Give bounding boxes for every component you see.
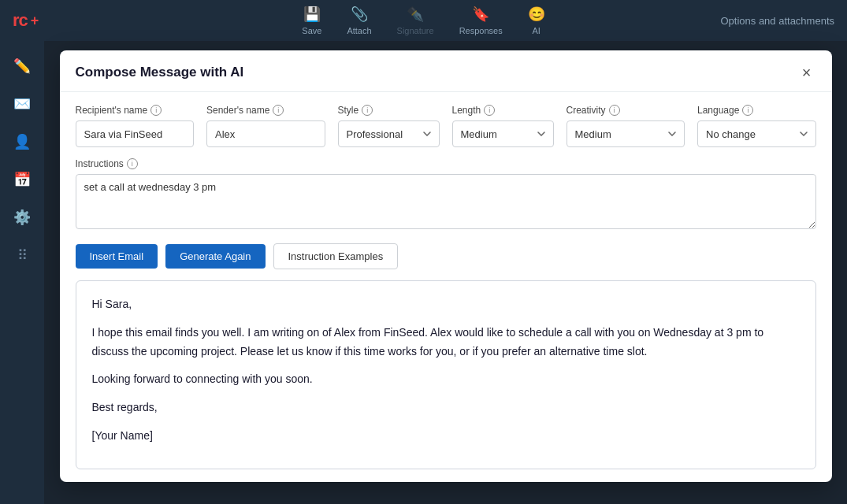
attach-label: Attach [347,26,371,35]
responses-label: Responses [459,26,503,35]
creativity-group: Creativity i Low Medium High [567,105,685,147]
ai-icon: 😊 [528,6,545,23]
logo-text: rc [13,10,28,31]
language-group: Language i No change English Spanish Fre… [697,105,816,147]
generate-again-button[interactable]: Generate Again [165,244,265,269]
signature-label: Signature [397,26,434,35]
ai-label: AI [533,26,541,35]
top-bar: rc+ 💾 Save 📎 Attach ✒️ Signature 🔖 Respo… [0,0,847,41]
sidebar-icon-settings[interactable]: ⚙️ [6,202,38,233]
compose-ai-modal: Compose Message with AI × Recipient's na… [60,50,832,482]
instruction-examples-button[interactable]: Instruction Examples [273,243,399,269]
length-label: Length i [452,105,554,116]
sender-label: Sender's name i [206,105,325,116]
modal-overlay: Compose Message with AI × Recipient's na… [44,41,847,504]
style-info-icon[interactable]: i [362,105,373,116]
signature-icon: ✒️ [407,6,424,23]
action-buttons-row: Insert Email Generate Again Instruction … [76,243,816,269]
recipient-info-icon[interactable]: i [150,105,162,116]
ai-action[interactable]: 😊 AI [528,6,545,35]
options-attachments-link[interactable]: Options and attachments [720,15,834,27]
sender-input[interactable] [206,120,325,147]
style-label: Style i [338,105,440,116]
modal-title: Compose Message with AI [76,65,244,80]
recipient-label: Recipient's name i [76,105,195,116]
recipient-group: Recipient's name i [76,105,195,147]
attach-icon: 📎 [351,6,368,23]
save-label: Save [302,26,321,35]
email-greeting: Hi Sara, [92,295,800,314]
sidebar-icon-mail[interactable]: ✉️ [6,88,38,120]
email-closing-1: Looking forward to connecting with you s… [92,370,800,389]
instructions-textarea[interactable]: set a call at wednesday 3 pm [76,174,816,229]
language-info-icon[interactable]: i [742,105,753,116]
instructions-label: Instructions i [76,158,816,169]
language-label: Language i [697,105,816,116]
email-signature: [Your Name] [92,427,800,446]
logo-plus: + [31,13,39,29]
attach-action[interactable]: 📎 Attach [347,6,371,35]
modal-body: Recipient's name i Sender's name i [60,92,832,482]
save-icon: 💾 [303,6,321,23]
sidebar: ✏️ ✉️ 👤 📅 ⚙️ ⠿ [0,41,44,504]
close-button[interactable]: × [797,63,816,82]
main-area: Compose Message with AI × Recipient's na… [44,41,847,504]
style-select[interactable]: Professional Casual Formal Friendly [338,120,440,147]
instructions-info-icon[interactable]: i [127,158,138,169]
instructions-row: Instructions i set a call at wednesday 3… [76,158,816,232]
insert-email-button[interactable]: Insert Email [76,244,158,269]
sidebar-icon-calendar[interactable]: 📅 [6,164,38,195]
sidebar-icon-contacts[interactable]: 👤 [6,126,38,158]
email-closing-2: Best regards, [92,398,800,417]
save-action[interactable]: 💾 Save [302,6,321,35]
sender-group: Sender's name i [206,105,325,147]
modal-header: Compose Message with AI × [60,50,832,92]
email-body: I hope this email finds you well. I am w… [92,324,800,361]
app-logo: rc+ [13,10,38,31]
creativity-info-icon[interactable]: i [609,105,620,116]
signature-action[interactable]: ✒️ Signature [397,6,434,35]
sidebar-icon-more[interactable]: ⠿ [6,239,38,271]
email-preview: Hi Sara, I hope this email finds you wel… [76,280,816,469]
responses-icon: 🔖 [472,6,489,23]
length-info-icon[interactable]: i [484,105,495,116]
style-group: Style i Professional Casual Formal Frien… [338,105,440,147]
responses-action[interactable]: 🔖 Responses [459,6,503,35]
recipient-input[interactable] [76,120,195,147]
creativity-select[interactable]: Low Medium High [567,120,685,147]
length-select[interactable]: Short Medium Long [452,120,554,147]
form-row-fields: Recipient's name i Sender's name i [76,105,816,147]
length-group: Length i Short Medium Long [452,105,554,147]
sender-info-icon[interactable]: i [273,105,284,116]
creativity-label: Creativity i [567,105,685,116]
top-actions: 💾 Save 📎 Attach ✒️ Signature 🔖 Responses… [302,6,544,35]
language-select[interactable]: No change English Spanish French German [697,120,816,147]
sidebar-icon-compose[interactable]: ✏️ [6,50,38,82]
